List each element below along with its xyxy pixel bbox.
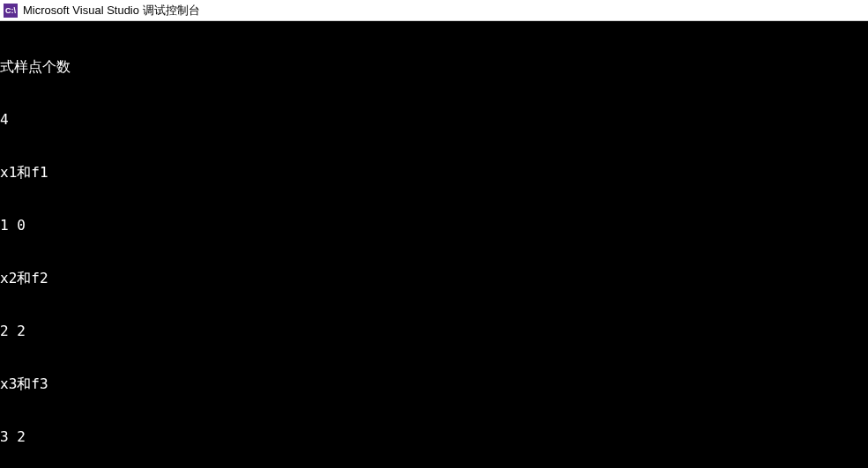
console-line: 式样点个数 [0,58,868,76]
window-title: Microsoft Visual Studio 调试控制台 [23,3,200,19]
console-line: 4 [0,111,868,129]
console-line: 2 2 [0,323,868,340]
console-line: 1 0 [0,217,868,234]
console-line: 3 2 [0,428,868,446]
title-bar: C:\ Microsoft Visual Studio 调试控制台 [0,0,868,21]
console-output[interactable]: 式样点个数 4 x1和f1 1 0 x2和f2 2 2 x3和f3 3 2 x4… [0,21,868,468]
vs-console-icon: C:\ [4,4,18,18]
console-line: x1和f1 [0,164,868,182]
console-line: x3和f3 [0,375,868,393]
console-line: x2和f2 [0,270,868,287]
